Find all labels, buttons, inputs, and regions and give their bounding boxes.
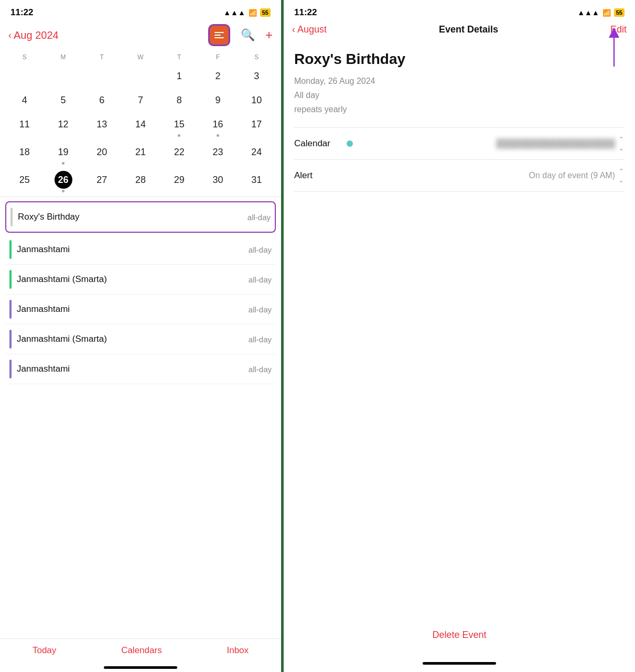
cal-day-1-5[interactable]: 9 — [199, 89, 238, 112]
cal-day-3-6[interactable]: 24 — [237, 141, 276, 168]
cal-day-2-1[interactable]: 12 — [44, 113, 83, 140]
day-number: 6 — [93, 91, 111, 109]
cal-nav-right: 🔍 + — [208, 24, 273, 46]
event-detail-panel: 11:22 ▲▲▲ 📶 55 ‹ August Event Details Ed… — [284, 0, 635, 672]
cal-day-4-3[interactable]: 28 — [121, 169, 160, 196]
cal-day-2-5[interactable]: 16 — [199, 113, 238, 140]
calendar-nav: ‹ Aug 2024 🔍 + — [0, 22, 281, 51]
event-name-label: Janmashtami (Smarta) — [17, 274, 249, 285]
cal-day-1-3[interactable]: 7 — [121, 89, 160, 112]
back-chevron-right-icon: ‹ — [292, 24, 295, 35]
cal-day-4-4[interactable]: 29 — [160, 169, 199, 196]
event-list: Roxy's Birthdayall-dayJanmashtamiall-day… — [0, 197, 281, 638]
event-title: Roxy's Birthday — [294, 51, 625, 68]
list-item[interactable]: Janmashtami (Smarta)all-day — [5, 324, 276, 354]
calendar-name-blurred: ████████████████████ — [356, 139, 615, 148]
cal-day-0-3 — [121, 65, 160, 88]
list-item[interactable]: Janmashtamiall-day — [5, 354, 276, 384]
month-back-nav[interactable]: ‹ Aug 2024 — [8, 29, 59, 41]
day-number: 10 — [247, 91, 265, 109]
home-indicator-right — [423, 662, 496, 665]
tab-inbox[interactable]: Inbox — [227, 645, 249, 656]
status-icons-right: ▲▲▲ 📶 55 — [577, 8, 625, 17]
day-number: 26 — [55, 171, 72, 189]
alert-value-text: On day of event (9 AM) — [529, 171, 615, 180]
alert-chevron-icon: ⌃⌄ — [618, 167, 625, 184]
calendar-weeks: 1234567891011121314151617181920212223242… — [5, 65, 276, 196]
back-chevron-icon: ‹ — [8, 30, 12, 41]
battery-right: 55 — [614, 8, 625, 17]
list-item[interactable]: Janmashtami (Smarta)all-day — [5, 265, 276, 295]
day-number: 20 — [93, 143, 111, 161]
cal-day-2-6[interactable]: 17 — [237, 113, 276, 140]
day-number: 5 — [55, 91, 72, 109]
cal-day-0-1 — [44, 65, 83, 88]
back-to-august-button[interactable]: ‹ August — [292, 24, 327, 35]
cal-day-4-2[interactable]: 27 — [82, 169, 121, 196]
calendar-label: Calendar — [294, 138, 347, 149]
dow-sat: S — [237, 51, 276, 63]
event-name-label: Roxy's Birthday — [18, 212, 247, 222]
list-icon — [214, 32, 224, 38]
event-indicator-dot — [178, 134, 180, 137]
tab-calendars[interactable]: Calendars — [121, 645, 162, 656]
day-number — [55, 67, 72, 85]
days-of-week: S M T W T F S — [5, 51, 276, 63]
cal-day-4-6[interactable]: 31 — [237, 169, 276, 196]
day-number: 13 — [93, 115, 111, 133]
day-number: 12 — [55, 115, 72, 133]
cal-day-1-4[interactable]: 8 — [160, 89, 199, 112]
day-number — [93, 67, 111, 85]
search-button[interactable]: 🔍 — [241, 28, 255, 42]
signal-icon-right: ▲▲▲ — [577, 8, 599, 17]
cal-day-2-3[interactable]: 14 — [121, 113, 160, 140]
list-view-button[interactable] — [208, 24, 230, 46]
day-number: 8 — [170, 91, 188, 109]
cal-day-3-3[interactable]: 21 — [121, 141, 160, 168]
list-item[interactable]: Roxy's Birthdayall-day — [5, 201, 276, 233]
cal-day-4-0[interactable]: 25 — [5, 169, 44, 196]
day-number: 23 — [209, 143, 227, 161]
event-detail-title: Event Details — [439, 24, 498, 35]
add-event-button[interactable]: + — [265, 28, 273, 42]
home-indicator-left — [104, 666, 177, 669]
list-item[interactable]: Janmashtamiall-day — [5, 295, 276, 324]
cal-day-3-0[interactable]: 18 — [5, 141, 44, 168]
cal-day-3-5[interactable]: 23 — [199, 141, 238, 168]
dow-fri: F — [199, 51, 238, 63]
status-bar-right: 11:22 ▲▲▲ 📶 55 — [284, 0, 635, 22]
cal-day-1-1[interactable]: 5 — [44, 89, 83, 112]
cal-day-0-6[interactable]: 3 — [237, 65, 276, 88]
cal-day-0-5[interactable]: 2 — [199, 65, 238, 88]
cal-day-2-0[interactable]: 11 — [5, 113, 44, 140]
event-indicator-dot — [62, 162, 64, 165]
cal-day-1-0[interactable]: 4 — [5, 89, 44, 112]
dow-wed: W — [121, 51, 160, 63]
day-number: 2 — [209, 67, 227, 85]
signal-icon-left: ▲▲▲ — [223, 8, 245, 17]
battery-left: 55 — [260, 8, 271, 17]
dow-sun: S — [5, 51, 44, 63]
tab-today[interactable]: Today — [33, 645, 56, 656]
event-name-label: Janmashtami — [17, 244, 249, 255]
cal-day-1-2[interactable]: 6 — [82, 89, 121, 112]
calendar-panel: 11:22 ▲▲▲ 📶 55 ‹ Aug 2024 🔍 + — [0, 0, 281, 672]
cal-day-0-4[interactable]: 1 — [160, 65, 199, 88]
event-time-label: all-day — [249, 275, 272, 284]
list-item[interactable]: Janmashtamiall-day — [5, 235, 276, 265]
day-number: 19 — [55, 143, 72, 161]
delete-event-button[interactable]: Delete Event — [432, 630, 486, 640]
cal-day-3-1[interactable]: 19 — [44, 141, 83, 168]
cal-day-4-5[interactable]: 30 — [199, 169, 238, 196]
cal-day-1-6[interactable]: 10 — [237, 89, 276, 112]
day-number: 24 — [247, 143, 265, 161]
edit-button[interactable]: Edit — [610, 24, 627, 35]
cal-day-2-2[interactable]: 13 — [82, 113, 121, 140]
cal-day-3-2[interactable]: 20 — [82, 141, 121, 168]
cal-day-2-4[interactable]: 15 — [160, 113, 199, 140]
cal-day-3-4[interactable]: 22 — [160, 141, 199, 168]
day-number: 27 — [93, 171, 111, 189]
event-name-label: Janmashtami — [17, 304, 249, 315]
event-date: Monday, 26 Aug 2024 — [294, 74, 625, 88]
cal-day-4-1[interactable]: 26 — [44, 169, 83, 196]
